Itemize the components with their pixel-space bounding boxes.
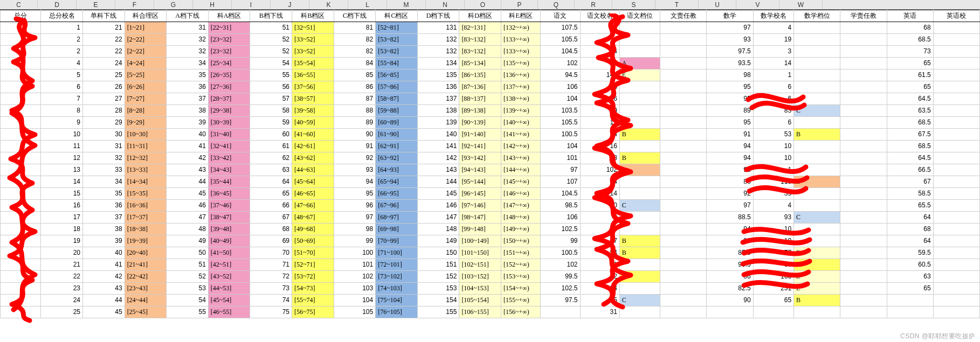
data-cell[interactable] <box>794 235 840 247</box>
data-cell[interactable] <box>619 105 660 117</box>
data-cell[interactable]: [40~49] <box>208 235 250 247</box>
data-cell[interactable]: 68.5 <box>887 141 933 152</box>
data-cell[interactable]: 22 <box>41 271 83 283</box>
data-cell[interactable]: [65~94] <box>376 176 418 188</box>
data-cell[interactable]: 104.5 <box>541 46 580 58</box>
data-cell[interactable]: [23~32] <box>208 34 250 46</box>
data-cell[interactable]: 97 <box>334 212 376 224</box>
data-cell[interactable] <box>933 283 979 295</box>
data-cell[interactable]: 86 <box>334 81 376 93</box>
data-cell[interactable]: E <box>794 247 840 259</box>
data-cell[interactable]: [45~54] <box>208 295 250 306</box>
data-cell[interactable] <box>840 200 887 212</box>
data-cell[interactable] <box>1 271 41 283</box>
data-cell[interactable]: [43~62] <box>292 152 334 164</box>
col-letter[interactable]: O <box>465 0 501 9</box>
data-cell[interactable]: [21~41] <box>125 259 167 271</box>
data-cell[interactable]: 82.5 <box>707 283 753 295</box>
data-cell[interactable]: 86 <box>707 271 753 283</box>
data-cell[interactable]: 103 <box>334 283 376 295</box>
data-cell[interactable]: 40 <box>83 247 125 259</box>
data-cell[interactable]: 73 <box>887 46 933 58</box>
data-cell[interactable]: 38 <box>167 105 209 117</box>
data-cell[interactable] <box>619 224 660 235</box>
data-cell[interactable] <box>1 93 41 105</box>
data-cell[interactable] <box>794 69 840 81</box>
data-cell[interactable]: 37 <box>167 93 209 105</box>
data-cell[interactable] <box>753 306 793 318</box>
data-cell[interactable]: 102 <box>580 164 619 176</box>
data-cell[interactable] <box>840 235 887 247</box>
data-cell[interactable]: 92 <box>707 188 753 200</box>
data-cell[interactable]: 10 <box>753 141 793 152</box>
data-cell[interactable] <box>933 164 979 176</box>
data-cell[interactable]: [55~84] <box>376 58 418 69</box>
data-cell[interactable]: 132 <box>417 46 459 58</box>
data-cell[interactable]: 35 <box>753 188 793 200</box>
data-cell[interactable]: B <box>794 259 840 271</box>
data-cell[interactable]: [35~44] <box>208 176 250 188</box>
data-cell[interactable]: [31~40] <box>208 129 250 141</box>
data-cell[interactable]: 66.5 <box>887 164 933 176</box>
col-letter[interactable]: V <box>736 0 779 9</box>
data-cell[interactable]: 102 <box>334 271 376 283</box>
data-cell[interactable]: 51 <box>250 22 292 34</box>
data-cell[interactable]: 97 <box>707 22 753 34</box>
col-letter[interactable]: I <box>232 0 271 9</box>
data-cell[interactable]: 90 <box>707 295 753 306</box>
data-cell[interactable]: [136~+∞) <box>501 69 540 81</box>
data-cell[interactable]: 131 <box>417 22 459 34</box>
data-cell[interactable]: B <box>619 129 660 141</box>
data-cell[interactable] <box>794 224 840 235</box>
data-cell[interactable]: 14 <box>41 176 83 188</box>
data-cell[interactable]: 54 <box>580 129 619 141</box>
data-cell[interactable]: 59.5 <box>887 247 933 259</box>
data-cell[interactable] <box>660 22 707 34</box>
data-cell[interactable]: 94 <box>707 152 753 164</box>
data-cell[interactable]: 31 <box>167 22 209 34</box>
data-cell[interactable] <box>660 141 707 152</box>
data-cell[interactable]: B <box>619 235 660 247</box>
data-cell[interactable]: 87 <box>334 93 376 105</box>
header-cell[interactable]: 语文校名 <box>580 10 619 22</box>
data-cell[interactable]: 14 <box>580 46 619 58</box>
data-cell[interactable]: [53~82] <box>376 34 418 46</box>
data-cell[interactable]: 4 <box>753 22 793 34</box>
data-cell[interactable] <box>1 306 41 318</box>
data-cell[interactable]: [74~103] <box>376 283 418 295</box>
data-cell[interactable]: 63 <box>250 164 292 176</box>
data-cell[interactable]: 31 <box>580 259 619 271</box>
data-cell[interactable]: [22~31] <box>208 22 250 34</box>
data-cell[interactable]: [88~137] <box>459 93 501 105</box>
data-cell[interactable]: 91 <box>707 129 753 141</box>
data-cell[interactable]: B <box>794 295 840 306</box>
data-cell[interactable]: 25 <box>83 69 125 81</box>
data-cell[interactable]: [28~37] <box>208 93 250 105</box>
data-cell[interactable]: 10 <box>753 152 793 164</box>
header-cell[interactable]: 学责任教 <box>840 10 887 22</box>
header-cell[interactable]: 单科下线 <box>83 10 125 22</box>
data-cell[interactable] <box>840 81 887 93</box>
data-cell[interactable]: 6 <box>580 81 619 93</box>
data-cell[interactable]: 19 <box>41 235 83 247</box>
data-cell[interactable]: 94 <box>707 224 753 235</box>
data-cell[interactable] <box>933 247 979 259</box>
data-cell[interactable]: 102.5 <box>541 224 580 235</box>
data-cell[interactable] <box>1 81 41 93</box>
data-cell[interactable] <box>840 58 887 69</box>
data-cell[interactable]: 54 <box>167 295 209 306</box>
data-cell[interactable]: 64.5 <box>887 93 933 105</box>
data-cell[interactable] <box>1 34 41 46</box>
data-cell[interactable] <box>840 152 887 164</box>
data-cell[interactable]: [96~145] <box>459 188 501 200</box>
data-cell[interactable]: 68.5 <box>887 117 933 129</box>
data-cell[interactable]: 104 <box>334 295 376 306</box>
data-cell[interactable] <box>1 164 41 176</box>
data-cell[interactable] <box>840 176 887 188</box>
data-cell[interactable]: 150 <box>417 247 459 259</box>
data-cell[interactable]: 83 <box>753 105 793 117</box>
data-cell[interactable]: [8~28] <box>125 105 167 117</box>
header-cell[interactable]: 科B档区 <box>292 10 334 22</box>
data-cell[interactable]: [48~67] <box>292 212 334 224</box>
data-cell[interactable]: [59~88] <box>376 105 418 117</box>
